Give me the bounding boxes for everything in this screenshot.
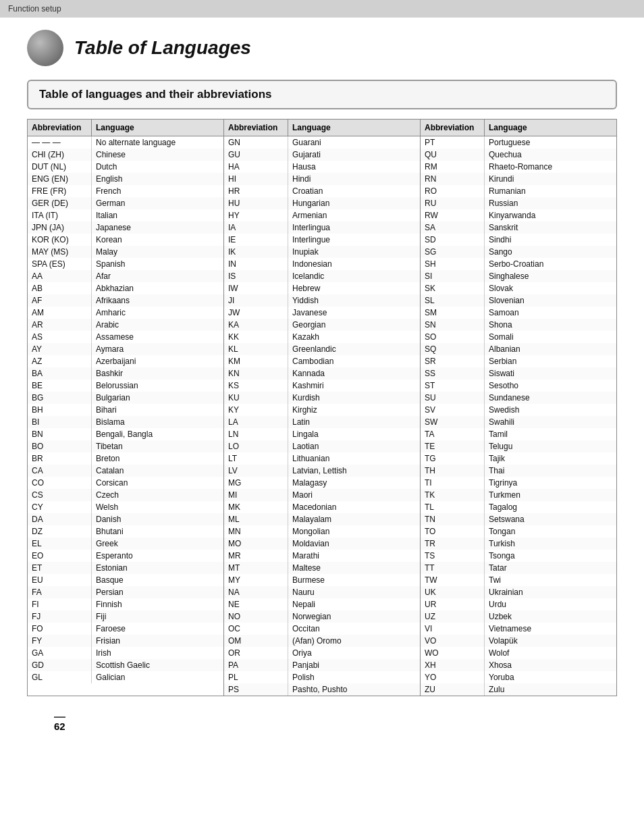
- lang-cell: Albanian: [485, 343, 616, 355]
- abbr-cell: MR: [224, 550, 288, 562]
- table-row: AFAfrikaans: [28, 294, 223, 307]
- lang-cell: Abkhazian: [92, 282, 223, 294]
- lang-cell: Moldavian: [288, 538, 420, 550]
- table-row: SVSwedish: [421, 404, 616, 416]
- abbr-cell: EO: [28, 550, 92, 562]
- table-row: SASanskrit: [421, 221, 616, 234]
- abbr-cell: NE: [224, 598, 288, 610]
- abbr-cell: CA: [28, 465, 92, 477]
- lang-cell: Singhalese: [485, 270, 616, 282]
- abbr-cell: BH: [28, 404, 92, 416]
- table-row: AZAzerbaijani: [28, 355, 223, 367]
- lang-cell: Tigrinya: [485, 477, 616, 489]
- abbr-cell: HY: [224, 209, 288, 221]
- abbr-cell: TG: [421, 452, 485, 465]
- lang-cell: Portuguese: [485, 136, 616, 149]
- abbr-cell: TA: [421, 428, 485, 440]
- abbr-cell: PT: [421, 136, 485, 149]
- abbr-cell: LA: [224, 416, 288, 428]
- lang-cell: Uzbek: [485, 610, 616, 623]
- abbr-cell: CY: [28, 501, 92, 513]
- lang-cell: Lingala: [288, 428, 420, 440]
- table-row: NANauru: [224, 586, 420, 598]
- abbr-cell: FJ: [28, 610, 92, 623]
- table-row: GNGuarani: [224, 136, 420, 149]
- abbr-cell: KN: [224, 367, 288, 380]
- abbr-cell: PS: [224, 683, 288, 696]
- lang-cell: German: [92, 197, 223, 209]
- subtitle: Table of languages and their abbreviatio…: [39, 88, 605, 101]
- lang-cell: Urdu: [485, 598, 616, 610]
- abbr-cell: ITA (IT): [28, 209, 92, 221]
- abbr-cell: LV: [224, 465, 288, 477]
- table-row: LOLaotian: [224, 440, 420, 452]
- table-row: HRCroatian: [224, 185, 420, 197]
- table-row: WOWolof: [421, 647, 616, 659]
- abbr-cell: VI: [421, 623, 485, 635]
- lang-cell: Sindhi: [485, 234, 616, 246]
- table-row: TETelugu: [421, 440, 616, 452]
- table-row: FJFiji: [28, 610, 223, 623]
- table-row: TSTsonga: [421, 550, 616, 562]
- title-circle: [27, 30, 63, 66]
- abbr-cell: WO: [421, 647, 485, 659]
- col3-header: Abbreviation Language: [421, 120, 616, 136]
- abbr-cell: EU: [28, 574, 92, 586]
- table-row: BHBihari: [28, 404, 223, 416]
- lang-cell: Malay: [92, 246, 223, 258]
- abbr-cell: FI: [28, 598, 92, 610]
- abbr-cell: BO: [28, 440, 92, 452]
- abbr-cell: TK: [421, 489, 485, 501]
- table-row: SOSomali: [421, 331, 616, 343]
- lang-cell: Rumanian: [485, 185, 616, 197]
- lang-cell: Sundanese: [485, 392, 616, 404]
- table-row: MTMaltese: [224, 562, 420, 574]
- abbr-cell: TS: [421, 550, 485, 562]
- lang-cell: Telugu: [485, 440, 616, 452]
- table-row: NONorwegian: [224, 610, 420, 623]
- abbr-cell: ZU: [421, 683, 485, 696]
- abbr-cell: UK: [421, 586, 485, 598]
- lang-cell: Catalan: [92, 465, 223, 477]
- lang-cell: Swahili: [485, 416, 616, 428]
- abbr-cell: KOR (KO): [28, 234, 92, 246]
- table-row: BGBulgarian: [28, 392, 223, 404]
- table-row: COCorsican: [28, 477, 223, 489]
- lang-cell: Armenian: [288, 209, 420, 221]
- table-row: YOYoruba: [421, 671, 616, 683]
- abbr-cell: CO: [28, 477, 92, 489]
- table-row: ARArabic: [28, 319, 223, 331]
- table-row: ETEstonian: [28, 562, 223, 574]
- table-row: JIYiddish: [224, 294, 420, 307]
- lang-cell: Russian: [485, 197, 616, 209]
- table-row: TTTatar: [421, 562, 616, 574]
- abbr-cell: SQ: [421, 343, 485, 355]
- lang-cell: Turkmen: [485, 489, 616, 501]
- table-row: SKSlovak: [421, 282, 616, 294]
- abbr-cell: AA: [28, 270, 92, 282]
- abbr-cell: MG: [224, 477, 288, 489]
- table-row: HIHindi: [224, 173, 420, 185]
- lang-cell: Interlingua: [288, 221, 420, 234]
- lang-cell: Hindi: [288, 173, 420, 185]
- lang-cell: Setswana: [485, 513, 616, 525]
- table-row: RNKirundi: [421, 173, 616, 185]
- lang-cell: Kurdish: [288, 392, 420, 404]
- abbr-cell: SS: [421, 367, 485, 380]
- lang-cell: Volapük: [485, 635, 616, 647]
- lang-cell: Samoan: [485, 307, 616, 319]
- lang-cell: Somali: [485, 331, 616, 343]
- table-row: SPA (ES)Spanish: [28, 258, 223, 270]
- abbr-cell: TL: [421, 501, 485, 513]
- lang-cell: Burmese: [288, 574, 420, 586]
- page-title: Table of Languages: [74, 37, 251, 59]
- lang-cell: Tamil: [485, 428, 616, 440]
- table-row: SDSindhi: [421, 234, 616, 246]
- table-row: MLMalayalam: [224, 513, 420, 525]
- table-row: FYFrisian: [28, 635, 223, 647]
- abbr-cell: HR: [224, 185, 288, 197]
- lang-cell: Tongan: [485, 525, 616, 538]
- abbr-cell: DA: [28, 513, 92, 525]
- abbr-cell: KA: [224, 319, 288, 331]
- lang-cell: Slovak: [485, 282, 616, 294]
